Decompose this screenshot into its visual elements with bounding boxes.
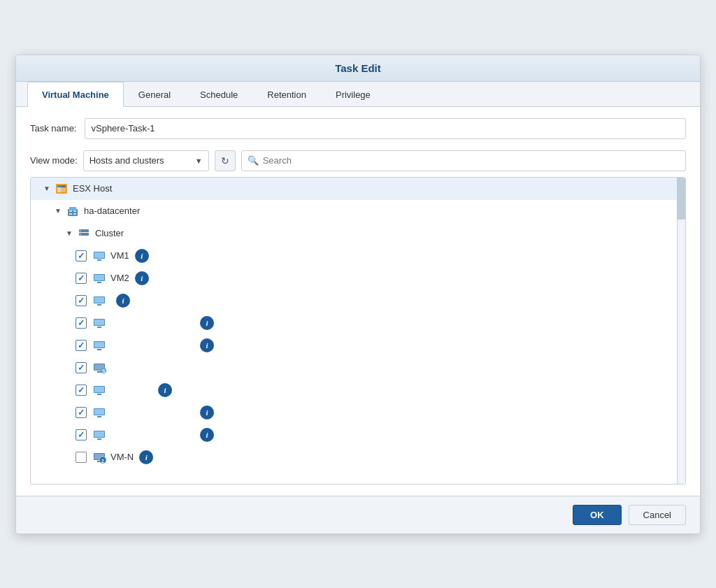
tab-privilege[interactable]: Privilege (321, 82, 385, 107)
vm-icon (92, 428, 106, 442)
tree-expand-esx[interactable]: ▼ (42, 185, 52, 192)
vm7-info-icon[interactable]: i (158, 383, 172, 397)
dialog-title: Task Edit (335, 62, 381, 74)
datacenter-icon (66, 204, 80, 218)
tab-schedule[interactable]: Schedule (185, 82, 252, 107)
refresh-icon: ↻ (221, 155, 229, 166)
vm-icon (92, 406, 106, 420)
vm9-info-icon[interactable]: i (200, 428, 214, 442)
svg-rect-4 (57, 190, 66, 192)
svg-rect-26 (97, 327, 101, 328)
svg-rect-16 (94, 252, 104, 258)
vm7-checkbox[interactable] (76, 385, 87, 396)
search-icon: 🔍 (248, 155, 259, 166)
svg-rect-10 (73, 213, 76, 215)
tree-row: i (31, 401, 685, 424)
svg-rect-8 (73, 210, 76, 212)
cluster-icon (77, 227, 91, 241)
svg-rect-6 (69, 207, 76, 210)
tree-row: 2 VM-N i (31, 446, 685, 468)
tree-row: ▼ Cluster (31, 222, 685, 245)
vmN-info-icon[interactable]: i (139, 450, 153, 464)
view-mode-row: View mode: Hosts and clusters ▼ ↻ 🔍 (30, 150, 686, 171)
vm-icon (92, 271, 106, 285)
vm1-checkbox[interactable] (76, 250, 87, 261)
esx-host-label: ESX Host (73, 183, 112, 194)
svg-rect-32 (97, 371, 101, 373)
task-edit-dialog: Task Edit Virtual Machine General Schedu… (15, 55, 701, 534)
tab-general[interactable]: General (124, 82, 185, 107)
vm3-info-icon[interactable]: i (116, 294, 130, 308)
esx-host-icon (55, 182, 69, 196)
chevron-down-icon: ▼ (195, 157, 203, 165)
scrollbar-thumb[interactable] (677, 178, 685, 220)
vm2-checkbox[interactable] (76, 273, 87, 284)
svg-rect-37 (97, 394, 101, 395)
dialog-header: Task Edit (16, 55, 700, 82)
refresh-button[interactable]: ↻ (215, 150, 236, 171)
vm-icon (92, 383, 106, 397)
tree-row: VM1 i (31, 245, 685, 267)
svg-rect-25 (94, 320, 104, 325)
vm-icon (92, 294, 106, 308)
dialog-footer: OK Cancel (16, 496, 700, 533)
vm-alt-icon: S (92, 361, 106, 375)
svg-rect-2 (57, 185, 66, 187)
vm-icon (92, 316, 106, 330)
tree-row: i (31, 379, 685, 401)
svg-rect-23 (97, 304, 101, 306)
vm9-checkbox[interactable] (76, 429, 87, 440)
vm1-label: VM1 (110, 250, 129, 261)
search-input[interactable] (263, 155, 680, 166)
svg-rect-13 (80, 230, 81, 231)
svg-rect-20 (97, 282, 101, 283)
tree-row: VM2 i (31, 267, 685, 289)
search-box: 🔍 (241, 150, 686, 171)
svg-rect-36 (94, 387, 104, 392)
svg-text:S: S (102, 368, 106, 373)
vm5-checkbox[interactable] (76, 340, 87, 351)
vm8-checkbox[interactable] (76, 407, 87, 418)
vm4-checkbox[interactable] (76, 317, 87, 329)
task-name-input[interactable] (85, 118, 686, 139)
task-name-label: Task name: (30, 123, 76, 134)
vm1-info-icon[interactable]: i (135, 249, 149, 263)
vm4-info-icon[interactable]: i (200, 316, 214, 330)
tree-row: i (31, 289, 685, 312)
tab-retention[interactable]: Retention (252, 82, 321, 107)
vmN-label: VM-N (110, 452, 134, 462)
vm8-info-icon[interactable]: i (200, 406, 214, 420)
svg-rect-7 (69, 210, 72, 212)
task-name-row: Task name: (30, 118, 686, 139)
svg-rect-42 (94, 431, 104, 437)
cancel-button[interactable]: Cancel (629, 505, 686, 525)
vm-icon (92, 249, 106, 263)
tree-row: S (31, 357, 685, 379)
tree-row: i (31, 334, 685, 357)
vm6-checkbox[interactable] (76, 362, 87, 373)
vm3-checkbox[interactable] (76, 295, 87, 306)
vm-icon (92, 338, 106, 352)
svg-rect-40 (97, 416, 101, 417)
tree-expand-datacenter[interactable]: ▼ (53, 207, 63, 215)
tree-row: ▼ ha-datacenter (31, 200, 685, 222)
view-mode-dropdown[interactable]: Hosts and clusters ▼ (83, 150, 209, 171)
tab-virtual-machine[interactable]: Virtual Machine (27, 82, 124, 107)
vmN-checkbox[interactable] (76, 452, 87, 463)
svg-rect-28 (94, 342, 104, 347)
tree-container: ▼ ESX Host ▼ (30, 177, 686, 485)
svg-rect-9 (69, 213, 72, 215)
svg-rect-29 (97, 349, 101, 350)
scrollbar[interactable] (677, 178, 685, 484)
vm2-info-icon[interactable]: i (135, 271, 149, 285)
vm5-info-icon[interactable]: i (200, 338, 214, 352)
dialog-body: Task name: View mode: Hosts and clusters… (16, 107, 700, 496)
tree-row: i (31, 424, 685, 446)
tree-expand-cluster[interactable]: ▼ (64, 229, 74, 237)
tree-row: i (31, 312, 685, 334)
svg-rect-39 (94, 409, 104, 415)
ok-button[interactable]: OK (573, 505, 622, 525)
vm2-label: VM2 (110, 273, 129, 283)
svg-text:2: 2 (101, 459, 104, 464)
cluster-label: Cluster (95, 228, 124, 238)
